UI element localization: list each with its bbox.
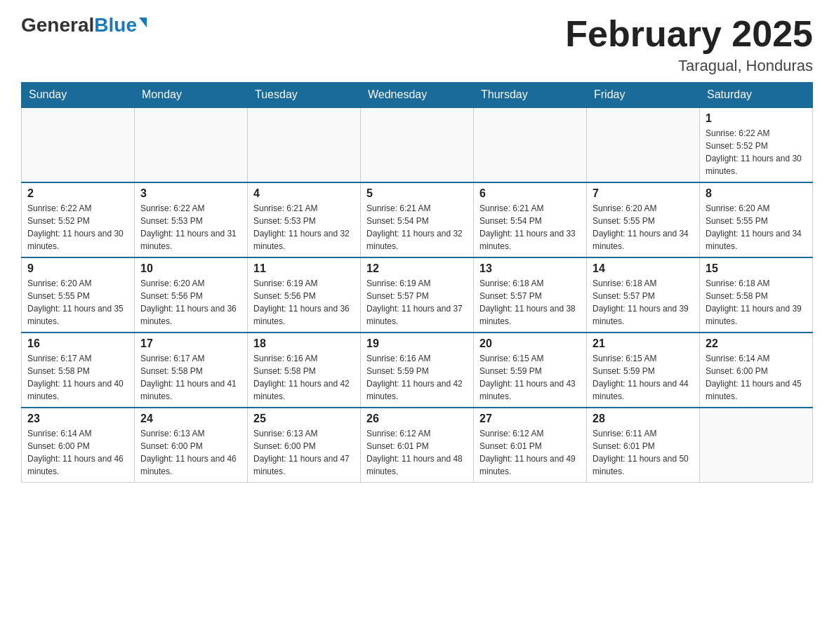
day-number: 7 bbox=[593, 187, 694, 200]
day-number: 27 bbox=[479, 412, 581, 425]
page-header: General Blue February 2025 Taragual, Hon… bbox=[21, 14, 813, 75]
logo-blue: Blue bbox=[94, 14, 137, 36]
day-of-week-header: Thursday bbox=[474, 83, 587, 108]
day-info: Sunrise: 6:13 AM Sunset: 6:00 PM Dayligh… bbox=[253, 427, 355, 478]
day-number: 13 bbox=[479, 262, 581, 275]
day-number: 9 bbox=[27, 262, 128, 275]
calendar-day-cell: 1Sunrise: 6:22 AM Sunset: 5:52 PM Daylig… bbox=[700, 107, 813, 182]
calendar-week-row: 1Sunrise: 6:22 AM Sunset: 5:52 PM Daylig… bbox=[22, 107, 813, 182]
calendar-day-cell: 2Sunrise: 6:22 AM Sunset: 5:52 PM Daylig… bbox=[22, 182, 135, 257]
day-of-week-header: Sunday bbox=[22, 83, 135, 108]
day-of-week-header: Saturday bbox=[700, 83, 813, 108]
day-of-week-header: Monday bbox=[135, 83, 248, 108]
day-info: Sunrise: 6:15 AM Sunset: 5:59 PM Dayligh… bbox=[479, 352, 581, 403]
day-number: 3 bbox=[140, 187, 241, 200]
calendar-day-cell bbox=[587, 107, 700, 182]
day-number: 22 bbox=[706, 337, 807, 350]
day-number: 20 bbox=[479, 337, 581, 350]
day-number: 21 bbox=[593, 337, 694, 350]
calendar-day-cell: 24Sunrise: 6:13 AM Sunset: 6:00 PM Dayli… bbox=[135, 408, 248, 483]
day-number: 26 bbox=[366, 412, 468, 425]
day-number: 15 bbox=[706, 262, 807, 275]
calendar-day-cell bbox=[474, 107, 587, 182]
day-info: Sunrise: 6:12 AM Sunset: 6:01 PM Dayligh… bbox=[366, 427, 468, 478]
day-number: 17 bbox=[140, 337, 241, 350]
calendar-day-cell bbox=[22, 107, 135, 182]
day-info: Sunrise: 6:14 AM Sunset: 6:00 PM Dayligh… bbox=[27, 427, 128, 478]
day-of-week-header: Tuesday bbox=[248, 83, 361, 108]
day-number: 16 bbox=[27, 337, 128, 350]
day-of-week-header: Wednesday bbox=[361, 83, 474, 108]
calendar-day-cell: 11Sunrise: 6:19 AM Sunset: 5:56 PM Dayli… bbox=[248, 257, 361, 333]
logo-triangle-icon bbox=[139, 18, 147, 27]
day-info: Sunrise: 6:20 AM Sunset: 5:55 PM Dayligh… bbox=[27, 277, 128, 328]
calendar-week-row: 23Sunrise: 6:14 AM Sunset: 6:00 PM Dayli… bbox=[22, 408, 813, 483]
calendar-day-cell: 17Sunrise: 6:17 AM Sunset: 5:58 PM Dayli… bbox=[135, 333, 248, 408]
day-info: Sunrise: 6:21 AM Sunset: 5:54 PM Dayligh… bbox=[366, 202, 468, 253]
calendar-day-cell: 28Sunrise: 6:11 AM Sunset: 6:01 PM Dayli… bbox=[587, 408, 700, 483]
day-info: Sunrise: 6:15 AM Sunset: 5:59 PM Dayligh… bbox=[593, 352, 694, 403]
calendar-week-row: 2Sunrise: 6:22 AM Sunset: 5:52 PM Daylig… bbox=[22, 182, 813, 257]
calendar-header-row: SundayMondayTuesdayWednesdayThursdayFrid… bbox=[22, 83, 813, 108]
calendar-day-cell bbox=[700, 408, 813, 483]
day-number: 18 bbox=[253, 337, 355, 350]
day-info: Sunrise: 6:14 AM Sunset: 6:00 PM Dayligh… bbox=[706, 352, 807, 403]
calendar-day-cell: 13Sunrise: 6:18 AM Sunset: 5:57 PM Dayli… bbox=[474, 257, 587, 333]
calendar-day-cell: 6Sunrise: 6:21 AM Sunset: 5:54 PM Daylig… bbox=[474, 182, 587, 257]
calendar-week-row: 9Sunrise: 6:20 AM Sunset: 5:55 PM Daylig… bbox=[22, 257, 813, 333]
calendar-day-cell: 20Sunrise: 6:15 AM Sunset: 5:59 PM Dayli… bbox=[474, 333, 587, 408]
day-info: Sunrise: 6:22 AM Sunset: 5:52 PM Dayligh… bbox=[27, 202, 128, 253]
day-info: Sunrise: 6:20 AM Sunset: 5:56 PM Dayligh… bbox=[140, 277, 241, 328]
calendar-day-cell bbox=[361, 107, 474, 182]
calendar-day-cell: 7Sunrise: 6:20 AM Sunset: 5:55 PM Daylig… bbox=[587, 182, 700, 257]
day-info: Sunrise: 6:22 AM Sunset: 5:53 PM Dayligh… bbox=[140, 202, 241, 253]
day-number: 5 bbox=[366, 187, 468, 200]
day-info: Sunrise: 6:18 AM Sunset: 5:57 PM Dayligh… bbox=[479, 277, 581, 328]
day-number: 19 bbox=[366, 337, 468, 350]
day-info: Sunrise: 6:22 AM Sunset: 5:52 PM Dayligh… bbox=[706, 127, 807, 177]
day-info: Sunrise: 6:18 AM Sunset: 5:57 PM Dayligh… bbox=[593, 277, 694, 328]
logo: General Blue bbox=[21, 14, 147, 36]
day-info: Sunrise: 6:19 AM Sunset: 5:57 PM Dayligh… bbox=[366, 277, 468, 328]
calendar-day-cell: 26Sunrise: 6:12 AM Sunset: 6:01 PM Dayli… bbox=[361, 408, 474, 483]
day-number: 14 bbox=[593, 262, 694, 275]
day-info: Sunrise: 6:16 AM Sunset: 5:59 PM Dayligh… bbox=[366, 352, 468, 403]
day-info: Sunrise: 6:18 AM Sunset: 5:58 PM Dayligh… bbox=[706, 277, 807, 328]
day-info: Sunrise: 6:21 AM Sunset: 5:54 PM Dayligh… bbox=[479, 202, 581, 253]
day-number: 24 bbox=[140, 412, 241, 425]
day-number: 25 bbox=[253, 412, 355, 425]
day-number: 10 bbox=[140, 262, 241, 275]
calendar-day-cell bbox=[248, 107, 361, 182]
day-number: 2 bbox=[27, 187, 128, 200]
calendar-day-cell: 25Sunrise: 6:13 AM Sunset: 6:00 PM Dayli… bbox=[248, 408, 361, 483]
day-info: Sunrise: 6:20 AM Sunset: 5:55 PM Dayligh… bbox=[593, 202, 694, 253]
month-title: February 2025 bbox=[565, 14, 813, 54]
calendar-day-cell: 23Sunrise: 6:14 AM Sunset: 6:00 PM Dayli… bbox=[22, 408, 135, 483]
calendar-day-cell: 10Sunrise: 6:20 AM Sunset: 5:56 PM Dayli… bbox=[135, 257, 248, 333]
calendar-day-cell: 22Sunrise: 6:14 AM Sunset: 6:00 PM Dayli… bbox=[700, 333, 813, 408]
day-info: Sunrise: 6:20 AM Sunset: 5:55 PM Dayligh… bbox=[706, 202, 807, 253]
calendar-day-cell: 27Sunrise: 6:12 AM Sunset: 6:01 PM Dayli… bbox=[474, 408, 587, 483]
calendar-table: SundayMondayTuesdayWednesdayThursdayFrid… bbox=[21, 82, 813, 483]
day-info: Sunrise: 6:12 AM Sunset: 6:01 PM Dayligh… bbox=[479, 427, 581, 478]
day-of-week-header: Friday bbox=[587, 83, 700, 108]
day-number: 4 bbox=[253, 187, 355, 200]
day-info: Sunrise: 6:17 AM Sunset: 5:58 PM Dayligh… bbox=[27, 352, 128, 403]
calendar-day-cell: 3Sunrise: 6:22 AM Sunset: 5:53 PM Daylig… bbox=[135, 182, 248, 257]
day-number: 8 bbox=[706, 187, 807, 200]
day-number: 12 bbox=[366, 262, 468, 275]
calendar-day-cell: 4Sunrise: 6:21 AM Sunset: 5:53 PM Daylig… bbox=[248, 182, 361, 257]
day-info: Sunrise: 6:21 AM Sunset: 5:53 PM Dayligh… bbox=[253, 202, 355, 253]
calendar-day-cell: 15Sunrise: 6:18 AM Sunset: 5:58 PM Dayli… bbox=[700, 257, 813, 333]
calendar-day-cell: 8Sunrise: 6:20 AM Sunset: 5:55 PM Daylig… bbox=[700, 182, 813, 257]
location-label: Taragual, Honduras bbox=[565, 57, 813, 75]
day-number: 11 bbox=[253, 262, 355, 275]
calendar-day-cell: 14Sunrise: 6:18 AM Sunset: 5:57 PM Dayli… bbox=[587, 257, 700, 333]
day-info: Sunrise: 6:17 AM Sunset: 5:58 PM Dayligh… bbox=[140, 352, 241, 403]
calendar-day-cell bbox=[135, 107, 248, 182]
calendar-day-cell: 12Sunrise: 6:19 AM Sunset: 5:57 PM Dayli… bbox=[361, 257, 474, 333]
calendar-day-cell: 9Sunrise: 6:20 AM Sunset: 5:55 PM Daylig… bbox=[22, 257, 135, 333]
calendar-day-cell: 16Sunrise: 6:17 AM Sunset: 5:58 PM Dayli… bbox=[22, 333, 135, 408]
day-number: 28 bbox=[593, 412, 694, 425]
calendar-day-cell: 5Sunrise: 6:21 AM Sunset: 5:54 PM Daylig… bbox=[361, 182, 474, 257]
